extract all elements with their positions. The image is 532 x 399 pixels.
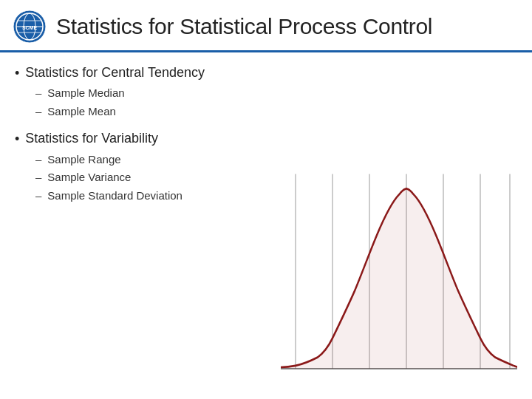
svg-text:SCME: SCME (22, 25, 38, 30)
left-panel: • Statistics for Central Tendency – Samp… (15, 64, 244, 392)
variability-sub-items: – Sample Range – Sample Variance – Sampl… (35, 151, 244, 205)
dash-range: – (35, 151, 41, 168)
central-tendency-sub-items: – Sample Median – Sample Mean (35, 85, 244, 120)
slide-content: • Statistics for Central Tendency – Samp… (0, 52, 532, 399)
bullet-variability: • Statistics for Variability (15, 130, 244, 148)
variability-section: • Statistics for Variability – Sample Ra… (15, 130, 244, 204)
dash-mean: – (35, 103, 41, 120)
dash-variance: – (35, 169, 41, 186)
sub-item-std-dev: – Sample Standard Deviation (35, 188, 244, 205)
dash-median: – (35, 85, 41, 102)
sub-item-range: – Sample Range (35, 151, 244, 168)
slide-title: Statistics for Statistical Process Contr… (56, 14, 432, 39)
sample-std-dev-label: Sample Standard Deviation (47, 188, 183, 205)
sample-range-label: Sample Range (47, 151, 120, 168)
slide: SCME Statistics for Statistical Process … (0, 0, 532, 399)
scme-logo: SCME (12, 9, 47, 44)
sample-median-label: Sample Median (47, 85, 124, 102)
chart-container: Normal Distribution (266, 163, 517, 392)
sub-item-mean: – Sample Mean (35, 103, 244, 120)
sample-mean-label: Sample Mean (47, 103, 116, 120)
slide-header: SCME Statistics for Statistical Process … (0, 0, 532, 52)
normal-distribution-chart (266, 163, 517, 392)
sample-variance-label: Sample Variance (47, 169, 131, 186)
bullet-central-tendency: • Statistics for Central Tendency (15, 64, 244, 82)
sub-item-median: – Sample Median (35, 85, 244, 102)
sub-item-variance: – Sample Variance (35, 169, 244, 186)
right-panel: Normal Distribution (251, 64, 517, 392)
dash-std-dev: – (35, 188, 41, 205)
bullet-dot-2: • (15, 131, 19, 148)
bullet-dot-1: • (15, 65, 19, 82)
variability-label: Statistics for Variability (25, 130, 158, 147)
central-tendency-label: Statistics for Central Tendency (25, 64, 205, 81)
central-tendency-section: • Statistics for Central Tendency – Samp… (15, 64, 244, 120)
